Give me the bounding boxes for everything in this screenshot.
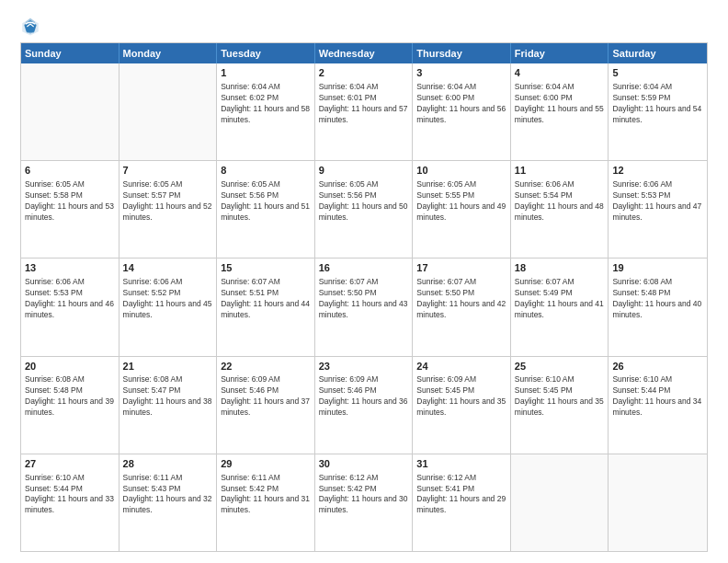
calendar-cell: 27Sunrise: 6:10 AM Sunset: 5:44 PM Dayli… (21, 454, 119, 551)
cell-text: Sunrise: 6:04 AM Sunset: 6:00 PM Dayligh… (515, 82, 605, 126)
cell-text: Sunrise: 6:05 AM Sunset: 5:56 PM Dayligh… (221, 179, 311, 224)
calendar-cell: 8Sunrise: 6:05 AM Sunset: 5:56 PM Daylig… (217, 161, 315, 258)
day-number: 12 (612, 164, 703, 178)
day-number: 13 (25, 261, 115, 275)
day-number: 20 (25, 360, 115, 373)
day-number: 28 (123, 457, 213, 471)
calendar-cell (511, 454, 609, 551)
day-number: 2 (319, 66, 409, 80)
calendar-cell (21, 63, 119, 160)
calendar-cell: 5Sunrise: 6:04 AM Sunset: 5:59 PM Daylig… (609, 63, 707, 160)
calendar-cell: 21Sunrise: 6:08 AM Sunset: 5:47 PM Dayli… (119, 357, 218, 454)
day-number: 6 (25, 164, 115, 178)
cell-text: Sunrise: 6:05 AM Sunset: 5:58 PM Dayligh… (25, 179, 115, 224)
calendar-cell: 13Sunrise: 6:06 AM Sunset: 5:53 PM Dayli… (21, 259, 119, 355)
calendar-cell: 16Sunrise: 6:07 AM Sunset: 5:50 PM Dayli… (315, 259, 414, 355)
calendar-week-4: 20Sunrise: 6:08 AM Sunset: 5:48 PM Dayli… (21, 356, 707, 454)
cell-text: Sunrise: 6:11 AM Sunset: 5:42 PM Dayligh… (221, 473, 311, 517)
cell-text: Sunrise: 6:09 AM Sunset: 5:46 PM Dayligh… (221, 374, 311, 419)
day-number: 22 (221, 360, 311, 373)
cell-text: Sunrise: 6:05 AM Sunset: 5:56 PM Dayligh… (319, 179, 409, 224)
calendar-cell: 22Sunrise: 6:09 AM Sunset: 5:46 PM Dayli… (217, 357, 315, 454)
calendar-cell: 17Sunrise: 6:07 AM Sunset: 5:50 PM Dayli… (413, 259, 511, 355)
calendar-week-3: 13Sunrise: 6:06 AM Sunset: 5:53 PM Dayli… (21, 258, 707, 355)
day-number: 19 (612, 261, 703, 275)
cell-text: Sunrise: 6:07 AM Sunset: 5:50 PM Dayligh… (416, 277, 506, 321)
calendar-cell: 7Sunrise: 6:05 AM Sunset: 5:57 PM Daylig… (119, 161, 218, 258)
day-number: 15 (221, 261, 311, 275)
cell-text: Sunrise: 6:05 AM Sunset: 5:57 PM Dayligh… (123, 179, 213, 224)
header-day-friday: Friday (511, 43, 609, 63)
day-number: 9 (319, 164, 409, 178)
day-number: 10 (416, 164, 506, 178)
day-number: 29 (221, 457, 311, 471)
cell-text: Sunrise: 6:07 AM Sunset: 5:50 PM Dayligh… (319, 277, 409, 321)
header-day-tuesday: Tuesday (217, 43, 315, 63)
day-number: 1 (221, 66, 311, 80)
logo (20, 17, 44, 37)
cell-text: Sunrise: 6:08 AM Sunset: 5:48 PM Dayligh… (25, 374, 115, 419)
calendar-cell: 12Sunrise: 6:06 AM Sunset: 5:53 PM Dayli… (609, 161, 707, 258)
calendar-cell: 2Sunrise: 6:04 AM Sunset: 6:01 PM Daylig… (315, 63, 414, 160)
calendar-week-5: 27Sunrise: 6:10 AM Sunset: 5:44 PM Dayli… (21, 454, 707, 551)
cell-text: Sunrise: 6:04 AM Sunset: 6:01 PM Dayligh… (319, 82, 409, 126)
cell-text: Sunrise: 6:05 AM Sunset: 5:55 PM Dayligh… (416, 179, 506, 224)
calendar-cell: 28Sunrise: 6:11 AM Sunset: 5:43 PM Dayli… (119, 454, 218, 551)
day-number: 16 (319, 261, 409, 275)
header-day-saturday: Saturday (609, 43, 707, 63)
calendar-cell: 24Sunrise: 6:09 AM Sunset: 5:45 PM Dayli… (413, 357, 511, 454)
calendar-cell (609, 454, 707, 551)
cell-text: Sunrise: 6:11 AM Sunset: 5:43 PM Dayligh… (123, 473, 213, 517)
calendar-cell: 3Sunrise: 6:04 AM Sunset: 6:00 PM Daylig… (413, 63, 511, 160)
day-number: 25 (515, 360, 605, 373)
calendar: SundayMondayTuesdayWednesdayThursdayFrid… (20, 42, 708, 552)
day-number: 30 (319, 457, 409, 471)
header-day-sunday: Sunday (21, 43, 119, 63)
calendar-cell: 1Sunrise: 6:04 AM Sunset: 6:02 PM Daylig… (217, 63, 315, 160)
calendar-header: SundayMondayTuesdayWednesdayThursdayFrid… (21, 43, 707, 63)
header-day-monday: Monday (119, 43, 218, 63)
cell-text: Sunrise: 6:04 AM Sunset: 5:59 PM Dayligh… (612, 82, 703, 126)
cell-text: Sunrise: 6:10 AM Sunset: 5:44 PM Dayligh… (25, 473, 115, 517)
cell-text: Sunrise: 6:07 AM Sunset: 5:51 PM Dayligh… (221, 277, 311, 321)
calendar-cell: 6Sunrise: 6:05 AM Sunset: 5:58 PM Daylig… (21, 161, 119, 258)
cell-text: Sunrise: 6:07 AM Sunset: 5:49 PM Dayligh… (515, 277, 605, 321)
cell-text: Sunrise: 6:06 AM Sunset: 5:53 PM Dayligh… (25, 277, 115, 321)
calendar-cell: 25Sunrise: 6:10 AM Sunset: 5:45 PM Dayli… (511, 357, 609, 454)
day-number: 23 (319, 360, 409, 373)
cell-text: Sunrise: 6:12 AM Sunset: 5:42 PM Dayligh… (319, 473, 409, 517)
day-number: 18 (515, 261, 605, 275)
cell-text: Sunrise: 6:09 AM Sunset: 5:45 PM Dayligh… (416, 374, 506, 419)
cell-text: Sunrise: 6:06 AM Sunset: 5:53 PM Dayligh… (612, 179, 703, 224)
day-number: 21 (123, 360, 213, 373)
day-number: 8 (221, 164, 311, 178)
cell-text: Sunrise: 6:06 AM Sunset: 5:54 PM Dayligh… (515, 179, 605, 224)
day-number: 14 (123, 261, 213, 275)
calendar-cell: 20Sunrise: 6:08 AM Sunset: 5:48 PM Dayli… (21, 357, 119, 454)
cell-text: Sunrise: 6:10 AM Sunset: 5:44 PM Dayligh… (612, 374, 703, 419)
calendar-cell (119, 63, 218, 160)
header (20, 17, 708, 37)
calendar-cell: 10Sunrise: 6:05 AM Sunset: 5:55 PM Dayli… (413, 161, 511, 258)
day-number: 3 (416, 66, 506, 80)
day-number: 31 (416, 457, 506, 471)
day-number: 11 (515, 164, 605, 178)
header-day-thursday: Thursday (413, 43, 511, 63)
calendar-week-1: 1Sunrise: 6:04 AM Sunset: 6:02 PM Daylig… (21, 63, 707, 160)
page: SundayMondayTuesdayWednesdayThursdayFrid… (0, 0, 728, 563)
calendar-cell: 26Sunrise: 6:10 AM Sunset: 5:44 PM Dayli… (609, 357, 707, 454)
calendar-cell: 19Sunrise: 6:08 AM Sunset: 5:48 PM Dayli… (609, 259, 707, 355)
cell-text: Sunrise: 6:09 AM Sunset: 5:46 PM Dayligh… (319, 374, 409, 419)
calendar-cell: 30Sunrise: 6:12 AM Sunset: 5:42 PM Dayli… (315, 454, 414, 551)
calendar-cell: 4Sunrise: 6:04 AM Sunset: 6:00 PM Daylig… (511, 63, 609, 160)
calendar-cell: 31Sunrise: 6:12 AM Sunset: 5:41 PM Dayli… (413, 454, 511, 551)
calendar-cell: 15Sunrise: 6:07 AM Sunset: 5:51 PM Dayli… (217, 259, 315, 355)
day-number: 24 (416, 360, 506, 373)
calendar-cell: 14Sunrise: 6:06 AM Sunset: 5:52 PM Dayli… (119, 259, 218, 355)
cell-text: Sunrise: 6:04 AM Sunset: 6:02 PM Dayligh… (221, 82, 311, 126)
cell-text: Sunrise: 6:10 AM Sunset: 5:45 PM Dayligh… (515, 374, 605, 419)
calendar-cell: 11Sunrise: 6:06 AM Sunset: 5:54 PM Dayli… (511, 161, 609, 258)
calendar-body: 1Sunrise: 6:04 AM Sunset: 6:02 PM Daylig… (21, 63, 707, 551)
day-number: 27 (25, 457, 115, 471)
calendar-cell: 23Sunrise: 6:09 AM Sunset: 5:46 PM Dayli… (315, 357, 414, 454)
